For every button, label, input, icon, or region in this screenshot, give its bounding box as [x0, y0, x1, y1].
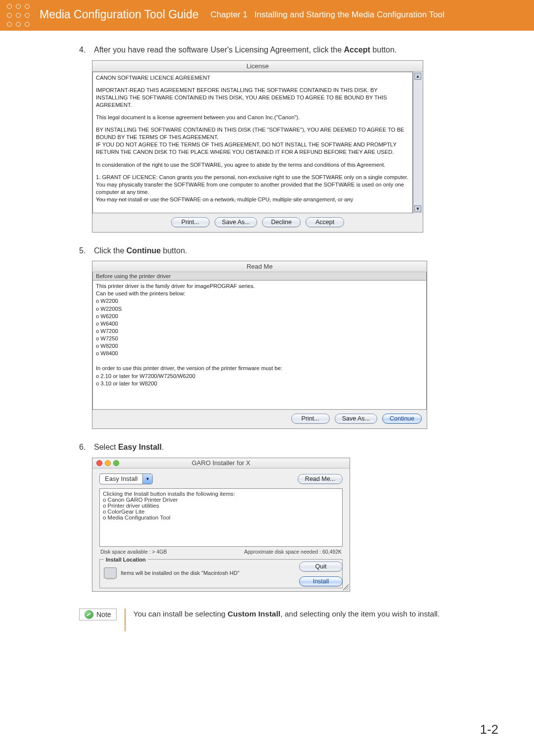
- install-location-label: Install Location: [104, 557, 148, 563]
- resize-grip-icon[interactable]: [343, 584, 349, 590]
- scroll-down-icon[interactable]: ▼: [414, 205, 421, 212]
- step-text: Click the Continue button.: [94, 245, 187, 256]
- disk-space-available: Disk space available : > 4GB: [100, 549, 167, 555]
- window-title: GARO Installer for X: [92, 459, 350, 467]
- decline-button[interactable]: Decline: [262, 217, 301, 227]
- scroll-up-icon[interactable]: ▲: [414, 73, 421, 80]
- install-items-list: Clicking the Install button installs the…: [99, 488, 343, 547]
- print-button[interactable]: Print...: [291, 414, 330, 424]
- note-divider: [125, 609, 126, 631]
- disk-space-needed: Approximate disk space needed : 60,492K: [244, 549, 342, 555]
- dialog-title: License: [92, 61, 423, 72]
- note-badge: Note: [79, 609, 117, 620]
- harddisk-icon: [104, 567, 117, 578]
- step-number: 4.: [79, 45, 90, 55]
- page-header: Media Configuration Tool Guide Chapter 1…: [0, 0, 534, 31]
- step-number: 6.: [79, 442, 90, 453]
- license-textarea[interactable]: CANON SOFTWARE LICENCE AGREEMENT IMPORTA…: [92, 72, 413, 213]
- select-value: Easy Install: [100, 475, 142, 482]
- step-6: 6. Select Easy Install. GARO Installer f…: [79, 442, 504, 592]
- step-text: Select Easy Install.: [94, 442, 164, 453]
- quit-button[interactable]: Quit: [299, 562, 343, 571]
- printer-model-list: o W2200 o W2200S o W6200 o W6400 o W7200…: [96, 297, 423, 357]
- readme-dialog: Read Me Before using the printer driver …: [92, 261, 427, 429]
- print-button[interactable]: Print...: [171, 217, 210, 227]
- chevron-updown-icon[interactable]: ▾: [142, 474, 152, 484]
- install-mode-select[interactable]: Easy Install ▾: [99, 473, 153, 484]
- step-4: 4. After you have read the software User…: [79, 45, 504, 233]
- accept-button[interactable]: Accept: [306, 217, 344, 227]
- step-text: After you have read the software User's …: [94, 45, 397, 55]
- chapter-label: Chapter 1: [211, 10, 248, 20]
- guide-title: Media Configuration Tool Guide: [40, 8, 199, 21]
- continue-button[interactable]: Continue: [382, 414, 422, 424]
- note-icon: [85, 610, 93, 619]
- readme-textarea[interactable]: This printer driver is the family driver…: [92, 280, 427, 410]
- install-location-text: Items will be installed on the disk "Mac…: [121, 570, 239, 576]
- page-number: 1-2: [480, 722, 498, 737]
- save-as-button[interactable]: Save As...: [335, 414, 377, 424]
- step-5: 5. Click the Continue button. Read Me Be…: [79, 245, 504, 429]
- garo-installer-window: GARO Installer for X Easy Install ▾ Read…: [92, 458, 350, 592]
- note-text: You can install be selecting Custom Inst…: [134, 609, 440, 619]
- note-label: Note: [96, 611, 111, 618]
- dialog-title: Read Me: [92, 261, 427, 272]
- step-number: 5.: [79, 245, 90, 256]
- chapter-title: Installing and Starting the Media Config…: [254, 10, 444, 20]
- note-block: Note You can install be selecting Custom…: [79, 609, 504, 631]
- read-me-button[interactable]: Read Me...: [298, 474, 343, 484]
- install-button[interactable]: Install: [299, 576, 343, 586]
- page-content: 4. After you have read the software User…: [0, 31, 534, 631]
- scrollbar[interactable]: ▲ ▼: [413, 72, 423, 213]
- decorative-dot-grid: [0, 0, 38, 34]
- save-as-button[interactable]: Save As...: [215, 217, 257, 227]
- license-dialog: License CANON SOFTWARE LICENCE AGREEMENT…: [92, 60, 423, 233]
- readme-header-line: Before using the printer driver: [92, 272, 427, 280]
